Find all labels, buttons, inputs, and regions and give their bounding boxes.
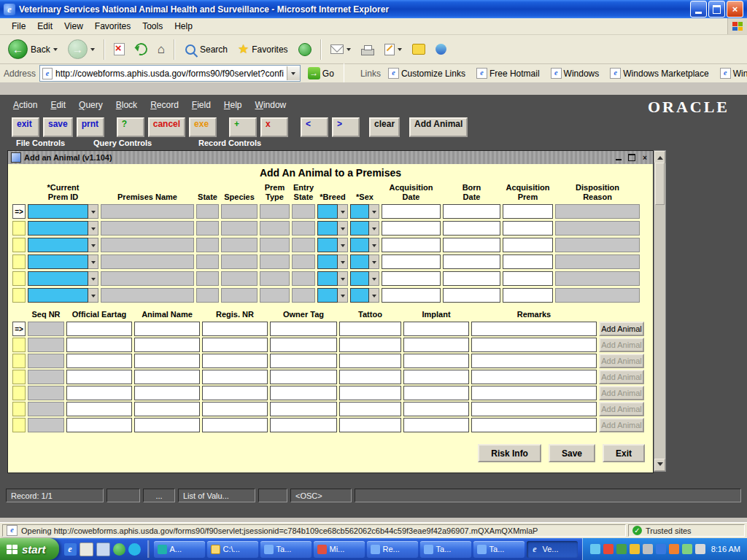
discuss-button[interactable] — [409, 36, 429, 63]
born-date-field[interactable] — [443, 288, 500, 303]
owner-tag-field[interactable] — [270, 338, 337, 352]
oracle-menu-query[interactable]: Query — [73, 98, 109, 112]
implant-field[interactable] — [403, 354, 469, 368]
animal-name-field[interactable] — [134, 418, 200, 432]
regis-nr-field[interactable] — [202, 402, 268, 416]
breed-dropdown-button[interactable] — [338, 221, 348, 236]
print-button[interactable] — [357, 36, 378, 63]
edit-button[interactable] — [381, 36, 406, 63]
menu-tools[interactable]: Tools — [136, 19, 169, 34]
tattoo-field[interactable] — [339, 322, 401, 336]
back-button[interactable]: ← Back — [4, 36, 61, 63]
link-windows-marketplace[interactable]: eWindows Marketplace — [606, 68, 712, 79]
messenger-button[interactable] — [432, 36, 450, 63]
born-date-field[interactable] — [443, 254, 500, 269]
current-prem-id-field[interactable] — [28, 238, 88, 252]
implant-field[interactable] — [403, 418, 469, 432]
current-prem-id-field[interactable] — [28, 254, 88, 269]
acquisition-prem-field[interactable] — [503, 271, 553, 286]
prem-id-dropdown-button[interactable] — [88, 254, 98, 269]
vertical-scrollbar[interactable] — [654, 150, 666, 472]
oracle-clear-button[interactable]: clear — [369, 117, 400, 137]
oracle-print-button[interactable]: prnt — [77, 117, 104, 137]
acquisition-date-field[interactable] — [382, 204, 441, 219]
acquisition-date-field[interactable] — [382, 288, 441, 303]
prem-id-dropdown-button[interactable] — [88, 238, 98, 252]
sex-dropdown-button[interactable] — [369, 271, 379, 286]
record-selector[interactable] — [12, 386, 26, 400]
task-button[interactable]: Ta... — [473, 541, 525, 558]
breed-field[interactable] — [317, 238, 338, 252]
task-button[interactable]: Ta... — [420, 541, 471, 558]
official-eartag-field[interactable] — [66, 418, 132, 432]
regis-nr-field[interactable] — [202, 418, 268, 432]
address-input[interactable]: e http://cowebforms.aphis.usda.gov/forms… — [39, 65, 301, 82]
implant-field[interactable] — [403, 370, 469, 384]
oracle-add-animal-button[interactable]: Add Animal — [409, 117, 468, 137]
sex-field[interactable] — [350, 238, 369, 252]
animal-name-field[interactable] — [134, 386, 200, 400]
record-indicator[interactable]: => — [12, 322, 26, 336]
tattoo-field[interactable] — [339, 386, 401, 400]
record-selector[interactable] — [12, 238, 26, 252]
task-button[interactable]: A... — [154, 541, 205, 558]
quicklaunch-mail-icon[interactable] — [80, 542, 93, 556]
owner-tag-field[interactable] — [270, 322, 337, 336]
tray-icon[interactable] — [643, 544, 653, 554]
oracle-exit-button[interactable]: exit — [12, 117, 39, 137]
prem-id-dropdown-button[interactable] — [88, 271, 98, 286]
task-button[interactable]: C:\... — [207, 541, 258, 558]
favorites-button[interactable]: ★ Favorites — [234, 36, 292, 63]
oracle-previous-record-button[interactable]: < — [301, 117, 328, 137]
remarks-field[interactable] — [471, 370, 597, 384]
oracle-next-record-button[interactable]: > — [332, 117, 360, 137]
task-button[interactable]: Ta... — [260, 541, 311, 558]
tattoo-field[interactable] — [339, 370, 401, 384]
sex-field[interactable] — [350, 288, 369, 303]
official-eartag-field[interactable] — [66, 338, 132, 352]
tray-icon[interactable] — [656, 544, 666, 554]
tattoo-field[interactable] — [339, 354, 401, 368]
scrollbar-thumb[interactable] — [655, 163, 665, 205]
owner-tag-field[interactable] — [270, 354, 337, 368]
oracle-menu-field[interactable]: Field — [186, 98, 217, 112]
sex-field[interactable] — [350, 271, 369, 286]
prem-id-dropdown-button[interactable] — [88, 288, 98, 303]
born-date-field[interactable] — [443, 204, 500, 219]
prem-id-dropdown-button[interactable] — [88, 204, 98, 219]
oracle-insert-record-button[interactable]: + — [229, 117, 257, 137]
record-selector[interactable] — [12, 221, 26, 236]
acquisition-prem-field[interactable] — [503, 288, 553, 303]
record-selector[interactable] — [12, 338, 26, 352]
form-close-button[interactable]: × — [640, 153, 650, 163]
regis-nr-field[interactable] — [202, 338, 268, 352]
oracle-menu-record[interactable]: Record — [144, 98, 185, 112]
menu-file[interactable]: File — [6, 19, 31, 34]
remarks-field[interactable] — [471, 402, 597, 416]
quicklaunch-show-desktop-icon[interactable] — [96, 542, 110, 556]
prem-id-dropdown-button[interactable] — [88, 221, 98, 236]
tattoo-field[interactable] — [339, 402, 401, 416]
acquisition-date-field[interactable] — [382, 221, 441, 236]
current-prem-id-field[interactable] — [28, 271, 88, 286]
owner-tag-field[interactable] — [270, 402, 337, 416]
sex-field[interactable] — [350, 254, 369, 269]
tray-icon[interactable] — [616, 544, 627, 554]
task-button-active[interactable]: eVe... — [527, 541, 578, 558]
remarks-field[interactable] — [471, 354, 597, 368]
mail-button[interactable] — [327, 36, 355, 63]
quicklaunch-media-icon[interactable] — [113, 543, 125, 556]
official-eartag-field[interactable] — [66, 354, 132, 368]
owner-tag-field[interactable] — [270, 370, 337, 384]
breed-dropdown-button[interactable] — [338, 254, 348, 269]
record-selector[interactable] — [12, 288, 26, 303]
born-date-field[interactable] — [443, 238, 500, 252]
tray-icon[interactable] — [669, 544, 679, 554]
breed-dropdown-button[interactable] — [338, 238, 348, 252]
owner-tag-field[interactable] — [270, 418, 337, 432]
official-eartag-field[interactable] — [66, 322, 132, 336]
oracle-menu-window[interactable]: Window — [249, 98, 293, 112]
current-prem-id-field[interactable] — [28, 221, 88, 236]
menu-favorites[interactable]: Favorites — [89, 19, 136, 34]
regis-nr-field[interactable] — [202, 322, 268, 336]
